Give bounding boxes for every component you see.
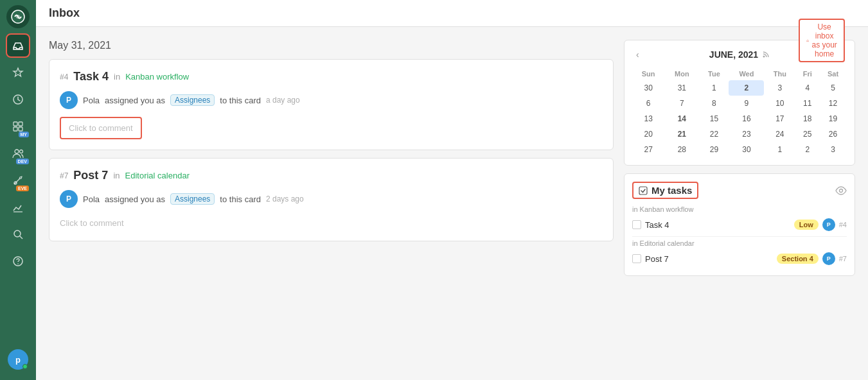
my-tasks-title-box[interactable]: My tasks — [632, 182, 698, 199]
sidebar-item-dashboard[interactable]: MY — [6, 114, 30, 139]
left-panel: May 31, 2021 #4 Task 4 in Kanban workflo… — [49, 40, 614, 367]
cal-cell[interactable]: 22 — [699, 126, 729, 142]
task-group-label-1: in Kanban workflow — [632, 205, 847, 213]
cal-cell[interactable]: 16 — [729, 111, 764, 126]
my-tasks-header: My tasks — [632, 182, 847, 199]
cal-cell[interactable]: 13 — [632, 111, 664, 126]
sidebar: MY DEV EVE — [0, 0, 36, 380]
sidebar-item-search[interactable] — [6, 222, 30, 246]
calendar-month-year: JUNE, 2021 — [709, 49, 758, 60]
cal-cell[interactable]: 1 — [764, 142, 795, 157]
svg-point-8 — [20, 150, 23, 153]
task-name-2: Post 7 — [645, 254, 773, 264]
card-timestamp-1: a day ago — [266, 96, 300, 105]
cal-cell-today[interactable]: 2 — [729, 80, 764, 96]
cal-day-tue: Tue — [699, 67, 729, 80]
cal-cell[interactable]: 10 — [764, 96, 795, 111]
card-timestamp-2: 2 days ago — [266, 194, 304, 203]
calendar-grid: Sun Mon Tue Wed Thu Fri Sat 30 31 — [632, 67, 847, 157]
sidebar-item-team[interactable]: DEV — [6, 141, 30, 166]
cal-cell[interactable]: 15 — [699, 111, 729, 126]
header: Inbox Use inbox as your home — [36, 0, 868, 27]
cal-day-fri: Fri — [795, 67, 819, 80]
card-num-1: #4 — [60, 73, 68, 82]
sidebar-item-inbox[interactable] — [6, 33, 30, 58]
home-icon — [806, 36, 809, 45]
cal-cell[interactable]: 6 — [632, 96, 664, 111]
use-inbox-button[interactable]: Use inbox as your home — [799, 19, 845, 62]
cal-cell[interactable]: 3 — [764, 80, 795, 96]
task-row-2: Post 7 Section 4 P #7 — [632, 250, 847, 268]
eye-icon[interactable] — [835, 185, 847, 196]
cal-cell[interactable]: 20 — [632, 126, 664, 142]
task-checkbox-2[interactable] — [632, 254, 641, 263]
user-avatar[interactable]: p — [8, 349, 28, 370]
task-name-1: Task 4 — [645, 220, 790, 230]
assignee-badge-2[interactable]: Assignees — [170, 193, 215, 205]
card-action-1: assigned you as — [105, 96, 165, 105]
card-workflow-2[interactable]: Editorial calendar — [125, 171, 190, 180]
cal-cell[interactable]: 12 — [819, 96, 847, 111]
cal-cell[interactable]: 27 — [632, 142, 664, 157]
cal-cell[interactable]: 28 — [664, 142, 699, 157]
card-post7-header: #7 Post 7 in Editorial calendar — [60, 169, 603, 182]
cal-cell[interactable]: 21 — [664, 126, 699, 142]
avatar-letter: p — [15, 355, 21, 365]
cal-cell[interactable]: 4 — [795, 80, 819, 96]
cal-cell[interactable]: 30 — [632, 80, 664, 96]
task-group-label-2: in Editorial calendar — [632, 239, 847, 247]
card-num-2: #7 — [60, 171, 68, 180]
cal-cell[interactable]: 23 — [729, 126, 764, 142]
assignee-badge-1[interactable]: Assignees — [170, 94, 215, 106]
app-logo[interactable] — [6, 5, 30, 28]
cal-cell[interactable]: 8 — [699, 96, 729, 111]
cal-cell[interactable]: 30 — [729, 142, 764, 157]
cal-cell[interactable]: 26 — [819, 126, 847, 142]
cal-cell[interactable]: 17 — [764, 111, 795, 126]
cal-cell[interactable]: 5 — [819, 80, 847, 96]
cal-cell[interactable]: 24 — [764, 126, 795, 142]
cal-cell[interactable]: 25 — [795, 126, 819, 142]
task-id-2: #7 — [839, 255, 847, 263]
sidebar-item-recent[interactable] — [6, 87, 30, 112]
sidebar-item-chart[interactable] — [6, 195, 30, 220]
card-assignee-name-2: Pola — [83, 194, 100, 204]
sidebar-item-tools[interactable]: EVE — [6, 168, 30, 193]
card-task4-header: #4 Task 4 in Kanban workflow — [60, 70, 603, 83]
cal-cell[interactable]: 3 — [819, 142, 847, 157]
card-title-1[interactable]: Task 4 — [73, 70, 109, 83]
comment-input-1[interactable]: Click to comment — [60, 117, 142, 139]
svg-point-15 — [763, 56, 765, 58]
page-title: Inbox — [49, 6, 80, 20]
card-postfix-2: to this card — [220, 194, 261, 204]
cal-cell[interactable]: 9 — [729, 96, 764, 111]
cal-cell[interactable]: 29 — [699, 142, 729, 157]
cal-cell[interactable]: 7 — [664, 96, 699, 111]
task-checkbox-1[interactable] — [632, 220, 641, 229]
card-avatar-1: P — [60, 91, 78, 109]
comment-input-2[interactable]: Click to comment — [60, 216, 603, 230]
cal-cell[interactable]: 11 — [795, 96, 819, 111]
task-avatar-1: P — [822, 218, 835, 231]
sidebar-item-star[interactable] — [6, 60, 30, 85]
task-tag-section: Section 4 — [777, 254, 819, 264]
my-tasks-label: My tasks — [651, 185, 692, 196]
rss-icon — [762, 51, 770, 58]
cal-cell[interactable]: 31 — [664, 80, 699, 96]
cal-cell[interactable]: 2 — [795, 142, 819, 157]
sidebar-item-help[interactable] — [6, 249, 30, 273]
card-context-2: in — [113, 171, 120, 180]
tasks-check-icon — [639, 186, 648, 195]
date-label: May 31, 2021 — [49, 40, 614, 51]
cal-cell[interactable]: 1 — [699, 80, 729, 96]
cal-cell[interactable]: 14 — [664, 111, 699, 126]
dev-badge: DEV — [16, 159, 29, 164]
cal-cell[interactable]: 18 — [795, 111, 819, 126]
svg-rect-3 — [13, 122, 17, 126]
card-title-2[interactable]: Post 7 — [73, 169, 108, 182]
cal-cell[interactable]: 19 — [819, 111, 847, 126]
card-workflow-1[interactable]: Kanban workflow — [125, 72, 189, 82]
task-tag-low: Low — [794, 220, 819, 230]
cal-prev-button[interactable]: ‹ — [632, 48, 643, 61]
card-assignee-name-1: Pola — [83, 96, 100, 105]
